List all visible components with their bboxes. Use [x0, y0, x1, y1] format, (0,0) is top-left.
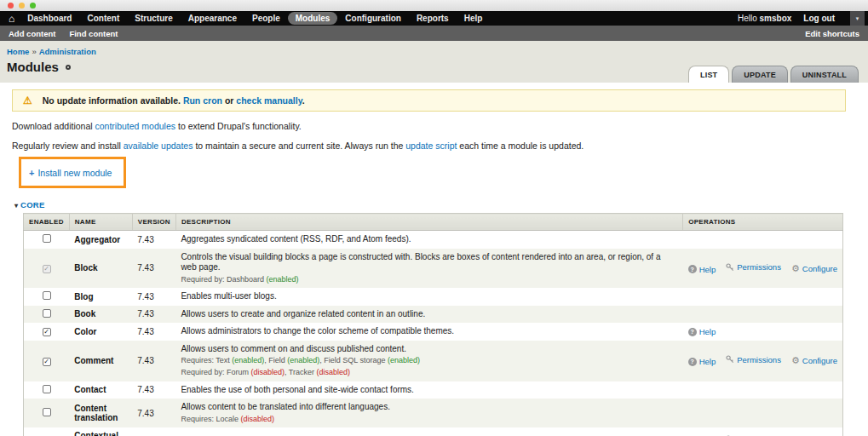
module-description: Aggregates syndicated content (RSS, RDF,… [181, 234, 677, 245]
chevron-down-icon: ▼ [855, 16, 860, 21]
operation-label: Configure [802, 264, 837, 273]
module-description: Allows content to be translated into dif… [181, 402, 677, 413]
available-updates-link[interactable]: available updates [124, 141, 193, 151]
close-window-button[interactable] [8, 3, 14, 9]
maximize-window-button[interactable] [30, 3, 36, 9]
module-operations: ?HelpPermissions⚙Configure [683, 341, 843, 382]
breadcrumb-home-link[interactable]: Home [7, 47, 29, 56]
home-icon[interactable]: ⌂ [9, 14, 14, 24]
page-title: Modules [7, 60, 59, 74]
gear-icon: ⚙ [791, 264, 800, 273]
disabled-status: (disabled) [250, 368, 285, 376]
toolbar-item-configuration[interactable]: Configuration [337, 12, 409, 25]
enabled-cell: ✓ [24, 341, 70, 382]
enabled-status: (enabled) [388, 356, 420, 364]
module-checkbox[interactable] [43, 234, 51, 243]
intro-paragraph-1: Download additional contributed modules … [12, 121, 846, 131]
enabled-cell [24, 288, 70, 306]
module-version: 7.43 [132, 427, 175, 436]
toolbar-item-people[interactable]: People [244, 12, 288, 25]
contextual-help-icon[interactable] [66, 65, 71, 70]
table-row: Aggregator7.43Aggregates syndicated cont… [24, 231, 843, 249]
module-version: 7.43 [132, 306, 175, 324]
enabled-status: (enabled) [266, 275, 298, 284]
enabled-status: (enabled) [287, 356, 319, 364]
module-operations [683, 231, 843, 249]
intro-paragraph-2: Regularly review and install available u… [12, 141, 846, 151]
module-checkbox[interactable] [43, 408, 51, 416]
module-description: Allows users to comment on and discuss p… [181, 344, 677, 355]
module-description-cell: Enables the use of both personal and sit… [175, 382, 682, 399]
warning-text: No update information available. Run cro… [43, 95, 305, 106]
core-fieldset-toggle[interactable]: ▾CORE [14, 200, 846, 209]
module-name: Book [69, 306, 132, 324]
toolbar-item-reports[interactable]: Reports [409, 12, 457, 25]
module-operations: ?HelpPermissions [683, 427, 843, 436]
tab-list[interactable]: LIST [688, 66, 729, 83]
module-checkbox[interactable] [43, 385, 51, 393]
enabled-status: (enabled) [232, 356, 264, 364]
key-icon [726, 263, 734, 272]
check-manually-link[interactable]: check manually [236, 95, 302, 106]
table-header-row: ENABLEDNAMEVERSIONDESCRIPTIONOPERATIONS [24, 214, 843, 231]
column-header-operations: OPERATIONS [683, 214, 843, 231]
table-row: ✓Color7.43Allows administrators to chang… [24, 323, 843, 341]
module-version: 7.43 [132, 288, 175, 306]
shortcut-items: Add contentFind content [9, 29, 118, 38]
install-module-highlight-box: +Install new module [19, 157, 126, 188]
update-script-link[interactable]: update script [405, 141, 457, 151]
breadcrumb-administration-link[interactable]: Administration [39, 47, 96, 56]
plus-icon: + [29, 168, 34, 178]
toolbar-item-appearance[interactable]: Appearance [181, 12, 244, 25]
operation-configure-link[interactable]: ⚙Configure [791, 264, 837, 273]
module-checkbox[interactable] [43, 291, 51, 300]
warning-icon: ⚠ [23, 95, 32, 106]
install-new-module-link[interactable]: +Install new module [29, 168, 112, 178]
toolbar-item-content[interactable]: Content [79, 12, 127, 25]
page-header: Home»Administration Modules LISTUPDATEUN… [0, 41, 868, 83]
help-icon: ? [688, 358, 697, 366]
run-cron-link[interactable]: Run cron [183, 95, 222, 106]
module-checkbox: ✓ [43, 265, 51, 273]
minimize-window-button[interactable] [19, 3, 25, 9]
toolbar-item-structure[interactable]: Structure [127, 12, 180, 25]
module-description: Allows users to create and organize rela… [181, 309, 677, 320]
enabled-cell: ✓ [24, 323, 70, 341]
module-description-cell: Provides contextual links to perform act… [175, 427, 682, 436]
module-checkbox[interactable] [43, 309, 51, 318]
toolbar-item-dashboard[interactable]: Dashboard [20, 12, 79, 25]
key-icon [726, 355, 734, 364]
module-checkbox[interactable]: ✓ [43, 358, 51, 366]
toolbar-item-modules[interactable]: Modules [288, 12, 338, 25]
enabled-cell: ✓ [24, 427, 70, 436]
note-text: Required by: Forum [181, 368, 250, 376]
toolbar-item-help[interactable]: Help [457, 12, 491, 25]
help-icon: ? [688, 328, 697, 336]
enabled-cell [24, 306, 70, 324]
module-name: Comment [69, 341, 132, 382]
contributed-modules-link[interactable]: contributed modules [95, 121, 175, 131]
logout-link[interactable]: Log out [803, 14, 835, 23]
module-version: 7.43 [132, 231, 175, 249]
operation-help-link[interactable]: ?Help [688, 327, 716, 336]
tab-uninstall[interactable]: UNINSTALL [790, 66, 859, 83]
greeting-text: Hello smsbox [738, 14, 791, 23]
operation-permissions-link[interactable]: Permissions [726, 262, 781, 272]
shortcut-add-content[interactable]: Add content [9, 29, 55, 38]
toolbar-toggle-button[interactable]: ▼ [850, 11, 865, 26]
module-description-cell: Controls the visual building blocks a pa… [175, 249, 682, 289]
toolbar-menu: DashboardContentStructureAppearancePeopl… [20, 12, 490, 25]
breadcrumb-separator: » [32, 47, 36, 56]
operation-label: Help [699, 265, 716, 274]
operation-configure-link[interactable]: ⚙Configure [791, 356, 837, 365]
tab-update[interactable]: UPDATE [732, 66, 788, 83]
disabled-status: (disabled) [316, 368, 350, 376]
edit-shortcuts-link[interactable]: Edit shortcuts [805, 29, 859, 38]
shortcut-find-content[interactable]: Find content [69, 29, 118, 38]
module-version: 7.43 [132, 323, 175, 341]
operation-permissions-link[interactable]: Permissions [726, 355, 781, 364]
operation-help-link[interactable]: ?Help [688, 265, 716, 274]
module-version: 7.43 [132, 249, 175, 289]
module-checkbox[interactable]: ✓ [43, 328, 51, 336]
operation-help-link[interactable]: ?Help [688, 357, 716, 366]
